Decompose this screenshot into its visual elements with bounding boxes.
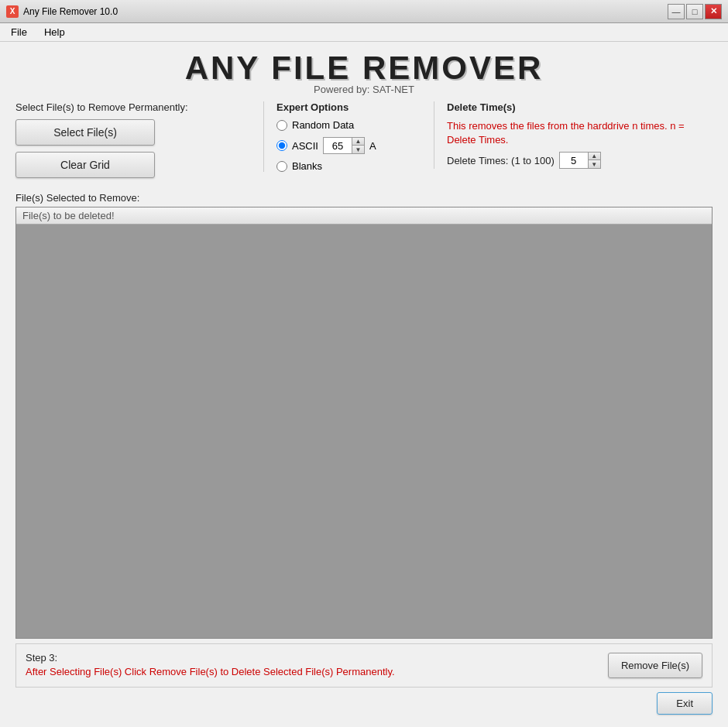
radio-ascii-label: ASCII xyxy=(292,140,318,152)
delete-times-label: Delete Times: (1 to 100) xyxy=(447,155,555,166)
step-description: After Selecting File(s) Click Remove Fil… xyxy=(26,665,608,679)
radio-random-data-label: Random Data xyxy=(292,119,354,131)
select-panel-label: Select File(s) to Remove Permanently: xyxy=(15,101,248,113)
select-files-button[interactable]: Select File(s) xyxy=(15,119,155,146)
files-section: File(s) to be deleted! xyxy=(15,207,713,639)
ascii-spinner-buttons: ▲ ▼ xyxy=(352,138,364,153)
delete-times-increment-button[interactable]: ▲ xyxy=(589,153,600,160)
menu-help[interactable]: Help xyxy=(39,25,70,39)
remove-files-button[interactable]: Remove File(s) xyxy=(608,653,702,678)
files-body xyxy=(16,225,712,638)
radio-ascii-input[interactable] xyxy=(276,140,287,151)
delete-description: This removes the files from the harddriv… xyxy=(447,119,713,147)
radio-random-data: Random Data xyxy=(276,119,421,131)
select-panel: Select File(s) to Remove Permanently: Se… xyxy=(15,101,263,184)
files-header: File(s) to be deleted! xyxy=(16,207,712,225)
maximize-button[interactable]: □ xyxy=(686,4,703,19)
close-button[interactable]: ✕ xyxy=(705,4,722,19)
app-title-section: ANY FILE REMOVER Powered by: SAT-NET xyxy=(15,50,713,95)
delete-times-input[interactable]: 5 xyxy=(560,153,588,168)
menubar: File Help xyxy=(0,23,728,42)
radio-ascii: ASCII 65 ▲ ▼ A xyxy=(276,137,421,154)
radio-group: Random Data ASCII 65 ▲ ▼ A xyxy=(276,119,421,172)
ascii-increment-button[interactable]: ▲ xyxy=(352,138,364,146)
titlebar-controls: — □ ✕ xyxy=(668,4,722,19)
exit-button[interactable]: Exit xyxy=(657,692,713,715)
ascii-letter: A xyxy=(369,140,376,152)
clear-grid-button[interactable]: Clear Grid xyxy=(15,152,155,178)
main-content: ANY FILE REMOVER Powered by: SAT-NET Sel… xyxy=(0,42,728,727)
minimize-button[interactable]: — xyxy=(668,4,685,19)
step-label: Step 3: xyxy=(26,652,608,664)
exit-row: Exit xyxy=(15,692,713,715)
files-section-label: File(s) Selected to Remove: xyxy=(15,192,713,204)
step-section: Step 3: After Selecting File(s) Click Re… xyxy=(15,643,713,688)
app-title: ANY FILE REMOVER xyxy=(15,50,713,87)
delete-times-row: Delete Times: (1 to 100) 5 ▲ ▼ xyxy=(447,152,713,169)
delete-times-spinner: 5 ▲ ▼ xyxy=(559,152,601,169)
expert-panel: Expert Options Random Data ASCII 65 ▲ ▼ xyxy=(263,101,434,172)
delete-times-decrement-button[interactable]: ▼ xyxy=(589,160,600,168)
app-subtitle: Powered by: SAT-NET xyxy=(15,84,713,95)
ascii-spinner: 65 ▲ ▼ xyxy=(323,137,365,154)
ascii-value-input[interactable]: 65 xyxy=(324,138,352,153)
step-text: Step 3: After Selecting File(s) Click Re… xyxy=(26,652,608,679)
radio-random-data-input[interactable] xyxy=(276,120,287,131)
titlebar-left: X Any File Remover 10.0 xyxy=(6,5,118,18)
titlebar: X Any File Remover 10.0 — □ ✕ xyxy=(0,0,728,23)
menu-file[interactable]: File xyxy=(6,25,32,39)
delete-times-title: Delete Time(s) xyxy=(447,101,713,113)
app-icon: X xyxy=(6,5,19,18)
radio-blanks-label: Blanks xyxy=(292,160,322,172)
titlebar-title: Any File Remover 10.0 xyxy=(23,6,118,17)
delete-panel: Delete Time(s) This removes the files fr… xyxy=(434,101,713,169)
delete-times-spinner-buttons: ▲ ▼ xyxy=(588,153,600,168)
options-row: Select File(s) to Remove Permanently: Se… xyxy=(15,101,713,184)
radio-blanks-input[interactable] xyxy=(276,161,287,172)
expert-options-title: Expert Options xyxy=(276,101,421,113)
radio-blanks: Blanks xyxy=(276,160,421,172)
ascii-decrement-button[interactable]: ▼ xyxy=(352,146,364,153)
